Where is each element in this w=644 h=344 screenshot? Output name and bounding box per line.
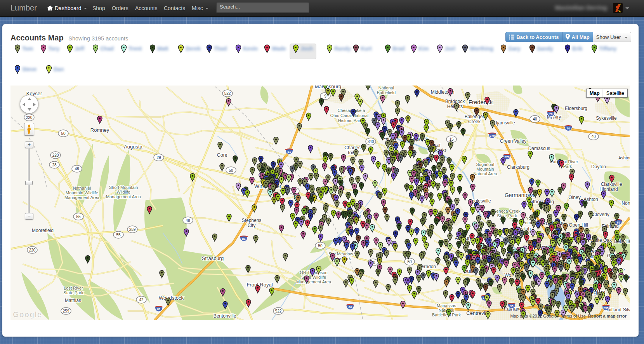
svg-text:Damascus: Damascus [528, 146, 550, 151]
svg-text:Mathias: Mathias [65, 298, 81, 303]
svg-text:Management Area: Management Area [296, 279, 332, 284]
svg-text:Historic Park: Historic Park [338, 118, 363, 123]
svg-text:70: 70 [567, 127, 570, 130]
svg-text:29: 29 [156, 155, 161, 160]
svg-text:50: 50 [318, 244, 323, 248]
svg-text:Google: Google [13, 310, 42, 319]
svg-text:81: 81 [242, 237, 246, 241]
svg-text:48: 48 [75, 167, 79, 171]
svg-text:Creek: Creek [468, 119, 481, 124]
svg-text:Management Area: Management Area [106, 194, 141, 199]
svg-text:Stephens: Stephens [242, 218, 262, 223]
svg-text:50: 50 [229, 168, 233, 173]
svg-text:Park: Park [563, 164, 572, 169]
svg-text:340: 340 [368, 140, 374, 144]
svg-text:City: City [248, 223, 256, 228]
svg-text:81: 81 [288, 150, 291, 154]
svg-text:Gore: Gore [217, 152, 227, 158]
svg-text:Mountain: Mountain [476, 167, 494, 171]
svg-text:40: 40 [591, 134, 596, 139]
svg-text:State Park: State Park [497, 213, 517, 218]
svg-text:Short Mountain: Short Mountain [109, 185, 138, 190]
svg-text:55: 55 [76, 215, 81, 219]
svg-text:Battlefield: Battlefield [377, 90, 396, 95]
svg-text:Bentonville: Bentonville [214, 313, 236, 319]
svg-text:295: 295 [603, 306, 609, 310]
svg-text:81: 81 [157, 307, 161, 311]
svg-text:522: 522 [275, 309, 282, 313]
svg-text:28: 28 [52, 163, 57, 167]
svg-text:220: 220 [26, 115, 33, 120]
svg-text:National: National [378, 86, 394, 90]
svg-text:50: 50 [407, 260, 412, 264]
svg-text:Green Valley: Green Valley [500, 138, 526, 144]
svg-text:Ijamsville: Ijamsville [496, 120, 515, 126]
svg-text:Wildlife: Wildlife [116, 190, 130, 194]
svg-text:Battlefield Park: Battlefield Park [432, 313, 461, 317]
svg-text:Lost River: Lost River [64, 286, 83, 290]
svg-text:Sugarloaf: Sugarloaf [476, 162, 495, 167]
svg-text:Clarksburg: Clarksburg [507, 164, 529, 170]
svg-text:Mountain Wildlife: Mountain Wildlife [66, 190, 98, 195]
svg-text:66: 66 [349, 306, 352, 309]
svg-text:Ohio Canal National: Ohio Canal National [330, 113, 368, 118]
svg-text:North: North [621, 201, 630, 206]
svg-text:70: 70 [549, 112, 553, 116]
svg-text:Management Area: Management Area [64, 195, 100, 200]
svg-text:Eldersburg: Eldersburg [565, 106, 587, 111]
svg-text:Strasburg: Strasburg [202, 255, 224, 261]
svg-text:50: 50 [61, 131, 66, 136]
svg-text:95: 95 [510, 304, 514, 308]
svg-text:9: 9 [324, 94, 326, 98]
svg-text:270: 270 [490, 134, 495, 138]
svg-text:220: 220 [52, 153, 59, 157]
svg-text:Seneca Creek: Seneca Creek [493, 209, 521, 213]
svg-text:15: 15 [449, 137, 454, 141]
svg-text:Manassas: Manassas [437, 303, 457, 308]
svg-text:Natural Area: Natural Area [473, 171, 497, 176]
svg-text:State Park: State Park [63, 290, 83, 295]
svg-text:Dayton: Dayton [591, 164, 606, 169]
svg-text:Sykesville: Sykesville [596, 115, 617, 121]
svg-text:Cloverly: Cloverly [592, 212, 609, 217]
svg-text:Ashton: Ashton [618, 155, 630, 160]
svg-text:of: of [437, 143, 441, 148]
svg-text:Open Hill: Open Hill [569, 222, 588, 228]
svg-text:95: 95 [617, 221, 620, 224]
svg-text:Moorefield: Moorefield [32, 228, 54, 233]
svg-text:259: 259 [129, 227, 136, 232]
svg-text:Nathaniel: Nathaniel [73, 186, 91, 190]
svg-text:40: 40 [533, 117, 537, 121]
svg-text:48: 48 [186, 218, 190, 223]
svg-text:Olney: Olney [568, 195, 580, 200]
svg-text:Charles: Charles [344, 145, 360, 150]
svg-text:Ballenger: Ballenger [465, 114, 484, 119]
svg-text:Augusta: Augusta [124, 144, 142, 150]
svg-text:220: 220 [29, 248, 36, 252]
svg-text:Romney: Romney [90, 127, 109, 133]
svg-text:55: 55 [116, 233, 121, 237]
svg-text:42: 42 [139, 298, 144, 302]
svg-text:259: 259 [63, 309, 69, 313]
svg-text:522: 522 [224, 91, 231, 96]
svg-text:Woodstock: Woodstock [159, 295, 184, 301]
